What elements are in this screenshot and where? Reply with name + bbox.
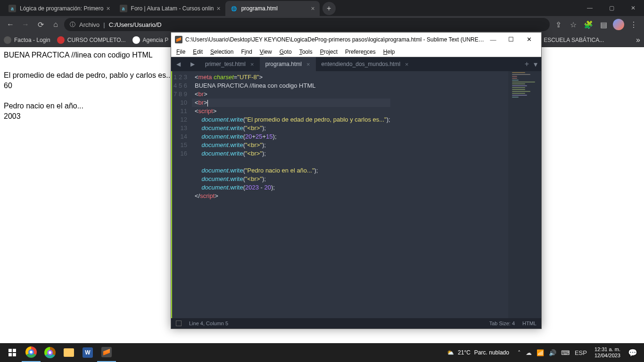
clock-date: 12/04/2023 bbox=[594, 353, 620, 359]
extensions-icon[interactable]: 🧩 bbox=[582, 18, 595, 31]
alura-favicon: a bbox=[8, 5, 16, 12]
tab-label: programa.html bbox=[241, 5, 308, 12]
onedrive-icon[interactable]: ☁ bbox=[526, 349, 532, 356]
line-gutter: 1 2 3 4 5 6 7 8 9 10 11 12 13 14 15 16 bbox=[171, 71, 192, 318]
sublime-title-text: C:\Users\Usuario\Desktop\JEY KEY\ONE\Log… bbox=[185, 36, 485, 43]
close-icon[interactable]: × bbox=[311, 5, 314, 12]
menu-preferences[interactable]: Preferences bbox=[342, 48, 379, 56]
weather-icon: ⛅ bbox=[447, 349, 454, 356]
forward-button[interactable]: → bbox=[19, 18, 32, 31]
home-button[interactable]: ⌂ bbox=[49, 18, 62, 31]
svg-rect-2 bbox=[8, 353, 12, 356]
menu-icon[interactable]: ⋮ bbox=[627, 18, 640, 31]
sublime-window: C:\Users\Usuario\Desktop\JEY KEY\ONE\Log… bbox=[171, 32, 542, 329]
maximize-icon[interactable]: ☐ bbox=[503, 34, 520, 45]
close-icon[interactable]: × bbox=[405, 61, 409, 68]
taskbar-weather[interactable]: ⛅ 21°C Parc. nublado bbox=[442, 349, 514, 356]
tab-label: Foro | Alura Latam - Cursos onlin bbox=[131, 5, 214, 12]
weather-temp: 21°C bbox=[458, 349, 471, 356]
share-icon[interactable]: ⇪ bbox=[552, 18, 565, 31]
profile-avatar[interactable] bbox=[612, 18, 625, 31]
editor-tab-active[interactable]: programa.html× bbox=[260, 57, 316, 71]
close-icon[interactable]: × bbox=[216, 5, 220, 12]
taskbar-sublime[interactable] bbox=[97, 343, 116, 362]
close-icon[interactable]: ✕ bbox=[520, 34, 537, 45]
new-tab-icon[interactable]: + bbox=[525, 60, 529, 68]
info-icon: ⓘ bbox=[70, 21, 75, 29]
globe-icon: 🌐 bbox=[230, 5, 238, 12]
tab-nav-left-icon[interactable]: ◀ bbox=[171, 57, 185, 71]
menu-help[interactable]: Help bbox=[380, 48, 398, 56]
browser-tab[interactable]: a Foro | Alura Latam - Cursos onlin × bbox=[115, 1, 225, 16]
menu-edit[interactable]: Edit bbox=[190, 48, 206, 56]
clock-time: 12:31 a. m. bbox=[594, 346, 620, 353]
omnibox-prefix: Archivo bbox=[79, 21, 99, 28]
bookmark-item[interactable]: ESCUELA SABÁTICA... bbox=[533, 36, 604, 44]
address-bar[interactable]: ⓘ Archivo | C:/Users/Usuario/D bbox=[64, 18, 550, 31]
system-tray[interactable]: ˄ ☁ 📶 🔊 ⌨ ESP bbox=[514, 349, 591, 356]
close-icon[interactable]: ✕ bbox=[622, 0, 644, 16]
bookmark-icon[interactable]: ☆ bbox=[567, 18, 580, 31]
minimap[interactable] bbox=[508, 71, 541, 318]
back-button[interactable]: ← bbox=[4, 18, 17, 31]
menu-view[interactable]: View bbox=[256, 48, 275, 56]
svg-rect-1 bbox=[13, 349, 16, 352]
sublime-tabs: ◀ ▶ primer_test.html× programa.html× ent… bbox=[171, 57, 541, 71]
tab-label: Lógica de programación: Primero bbox=[20, 5, 103, 12]
new-tab-button[interactable]: + bbox=[322, 2, 336, 15]
taskbar-clock[interactable]: 12:31 a. m. 12/04/2023 bbox=[591, 346, 624, 359]
minimize-icon[interactable]: ― bbox=[485, 34, 502, 45]
taskbar-word[interactable]: W bbox=[78, 343, 97, 362]
browser-tab-active[interactable]: 🌐 programa.html × bbox=[225, 1, 320, 16]
menu-tools[interactable]: Tools bbox=[296, 48, 316, 56]
taskbar-chrome[interactable] bbox=[22, 343, 41, 362]
language-indicator[interactable]: ESP bbox=[575, 349, 587, 356]
taskbar-chrome-canary[interactable] bbox=[41, 343, 59, 362]
volume-icon[interactable]: 🔊 bbox=[549, 349, 556, 356]
menu-find[interactable]: Find bbox=[238, 48, 255, 56]
svg-rect-3 bbox=[13, 353, 16, 356]
menu-project[interactable]: Project bbox=[317, 48, 341, 56]
sublime-titlebar[interactable]: C:\Users\Usuario\Desktop\JEY KEY\ONE\Log… bbox=[171, 33, 541, 47]
alura-favicon: a bbox=[120, 5, 127, 12]
editor-tab[interactable]: primer_test.html× bbox=[199, 57, 260, 71]
bookmark-item[interactable]: Factoa - Login bbox=[4, 36, 50, 44]
tabs-menu-icon[interactable]: ▾ bbox=[534, 60, 537, 69]
cursor-position: Line 4, Column 5 bbox=[189, 321, 228, 326]
windows-taskbar: W ⛅ 21°C Parc. nublado ˄ ☁ 📶 🔊 ⌨ ESP 12:… bbox=[0, 343, 644, 362]
close-icon[interactable]: × bbox=[106, 5, 110, 12]
notifications-icon[interactable]: 💬 bbox=[624, 343, 641, 362]
sublime-statusbar: Line 4, Column 5 Tab Size: 4 HTML bbox=[171, 318, 541, 329]
reading-list-icon[interactable]: ▤ bbox=[597, 18, 610, 31]
keyboard-icon[interactable]: ⌨ bbox=[561, 349, 570, 356]
start-button[interactable] bbox=[3, 343, 22, 362]
code-content[interactable]: <meta charset="UTF-8"> BUENA PRACTICA //… bbox=[192, 71, 390, 318]
editor-tab[interactable]: entendiendo_dos_mundos.html× bbox=[316, 57, 414, 71]
browser-tab[interactable]: a Lógica de programación: Primero × bbox=[4, 1, 115, 16]
tab-size[interactable]: Tab Size: 4 bbox=[489, 321, 515, 326]
maximize-icon[interactable]: ▢ bbox=[601, 0, 622, 16]
bookmark-item[interactable]: CURSO COMPLETO... bbox=[57, 36, 126, 44]
taskbar-explorer[interactable] bbox=[59, 343, 78, 362]
omnibox-path: C:/Users/Usuario/D bbox=[109, 21, 162, 28]
wifi-icon[interactable]: 📶 bbox=[537, 349, 544, 356]
syntax-mode[interactable]: HTML bbox=[522, 321, 537, 326]
menu-file[interactable]: File bbox=[173, 48, 189, 56]
browser-tabstrip: a Lógica de programación: Primero × a Fo… bbox=[0, 0, 644, 16]
close-icon[interactable]: × bbox=[250, 61, 254, 68]
weather-desc: Parc. nublado bbox=[474, 349, 509, 356]
sublime-logo-icon bbox=[175, 36, 182, 43]
menu-selection[interactable]: Selection bbox=[207, 48, 237, 56]
close-icon[interactable]: × bbox=[306, 61, 310, 68]
browser-toolbar: ← → ⟳ ⌂ ⓘ Archivo | C:/Users/Usuario/D ⇪… bbox=[0, 16, 644, 33]
editor-area[interactable]: 1 2 3 4 5 6 7 8 9 10 11 12 13 14 15 16 <… bbox=[171, 71, 541, 318]
minimize-icon[interactable]: ― bbox=[579, 0, 601, 16]
svg-rect-0 bbox=[8, 349, 12, 352]
menu-goto[interactable]: Goto bbox=[276, 48, 295, 56]
tab-nav-right-icon[interactable]: ▶ bbox=[185, 57, 199, 71]
bookmark-item[interactable]: Agencia P bbox=[132, 36, 169, 44]
chevron-up-icon[interactable]: ˄ bbox=[518, 349, 521, 356]
bookmarks-overflow-icon[interactable]: » bbox=[636, 36, 640, 44]
panel-toggle-icon[interactable] bbox=[176, 321, 182, 326]
reload-button[interactable]: ⟳ bbox=[34, 18, 47, 31]
